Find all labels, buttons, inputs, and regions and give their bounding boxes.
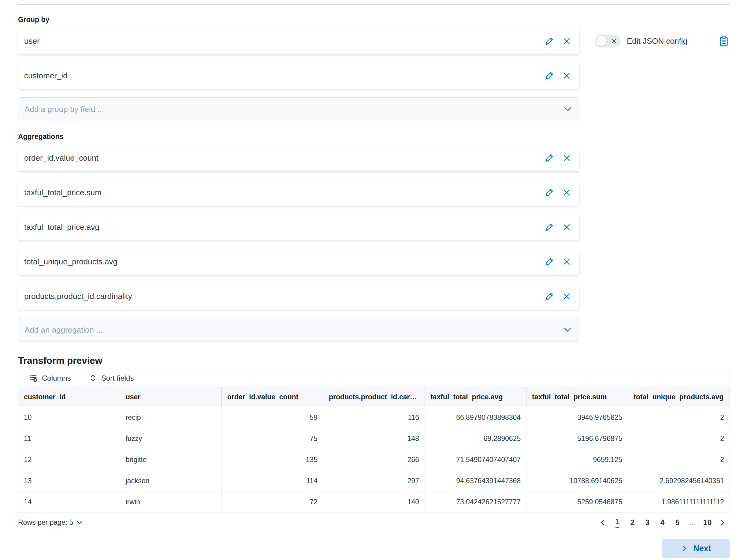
pencil-icon [545,292,553,301]
delete-aggregation-button[interactable] [560,187,573,199]
column-header-total-unique-products-avg[interactable]: total_unique_products.avg [628,387,730,407]
edit-group-by-button[interactable] [543,35,555,47]
delete-aggregation-button[interactable] [560,221,573,233]
cell-user: fuzzy [120,428,222,449]
group-by-label: Group by [18,16,730,24]
edit-group-by-button[interactable] [543,70,555,82]
cell-taxful-total-price-sum: 10788.69140625 [526,470,628,491]
table-row: 12 brigitte 135 266 71.54907407407407 96… [18,449,730,470]
next-step-button[interactable]: Next [662,539,730,558]
next-step-button-label: Next [693,544,711,553]
cell-total-unique-products-avg: 1.9861111111111112 [628,491,730,513]
column-header-taxful-total-price-avg[interactable]: taxful_total_price.avg [425,387,526,407]
column-header-products-product-id-cardinality[interactable]: products.product_id.cardinality [323,387,424,407]
transform-preview-title: Transform preview [18,355,730,366]
chevron-left-icon [599,519,606,526]
table-footer: Rows per page: 5 1 2 3 4 5 … 10 [18,516,730,529]
pagination: 1 2 3 4 5 … 10 [595,516,730,529]
add-aggregation-combobox[interactable] [18,318,579,342]
cell-taxful-total-price-avg: 73.04242621527777 [425,491,526,513]
page-button-1[interactable]: 1 [610,516,625,529]
transform-preview-grid: Columns Sort fields customer_id user ord… [18,369,730,513]
sort-fields-button-label: Sort fields [101,374,134,383]
cell-order-id-value-count: 75 [222,428,323,449]
group-by-item: user [18,28,579,54]
edit-aggregation-button[interactable] [543,290,555,303]
cross-icon [562,258,571,266]
delete-group-by-button[interactable] [560,70,573,82]
aggregation-item-label: taxful_total_price.avg [24,222,543,232]
delete-aggregation-button[interactable] [560,290,573,303]
chevron-right-icon [680,544,688,552]
cell-taxful-total-price-sum: 5196.6796875 [526,428,628,449]
cell-taxful-total-price-sum: 5259.0546875 [526,491,628,513]
aggregation-item: total_unique_products.avg [18,248,579,275]
columns-button[interactable]: Columns [29,374,71,383]
column-header-user[interactable]: user [120,387,222,407]
chevron-right-icon [719,519,726,526]
column-header-order-id-value-count[interactable]: order_id.value_count [222,387,323,407]
delete-group-by-button[interactable] [560,35,573,47]
add-aggregation-input[interactable] [24,325,563,335]
add-group-by-input[interactable] [24,105,563,114]
cross-icon [562,292,571,301]
edit-aggregation-button[interactable] [543,221,555,233]
next-page-button[interactable] [715,516,730,529]
cell-products-product-id-cardinality: 297 [323,470,424,491]
aggregations-label: Aggregations [18,133,730,141]
table-row: 14 irwin 72 140 73.04242621527777 5259.0… [18,491,730,513]
cell-total-unique-products-avg: 2 [628,428,730,449]
cell-order-id-value-count: 72 [222,491,323,513]
columns-button-label: Columns [42,374,71,383]
cross-icon [562,189,571,197]
aggregation-item: taxful_total_price.avg [18,214,579,241]
list-add-icon [29,374,38,382]
previous-page-button[interactable] [595,516,610,529]
aggregation-item: products.product_id.cardinality [18,283,579,310]
table-row: 10 recip 59 116 66.89790783898304 3946.9… [18,407,730,428]
cell-taxful-total-price-sum: 9659.125 [526,449,628,470]
page-button-5[interactable]: 5 [670,516,685,529]
group-by-item-label: customer_id [24,71,543,80]
pencil-icon [545,72,553,80]
chevron-down-icon[interactable] [563,325,572,334]
cell-customer-id: 12 [18,449,120,470]
cross-icon [562,154,571,162]
chevron-down-icon[interactable] [563,105,572,114]
page-button-3[interactable]: 3 [640,516,655,529]
cell-user: irwin [120,491,222,513]
column-header-customer-id[interactable]: customer_id [18,387,120,407]
rows-per-page-button[interactable]: Rows per page: 5 [18,518,83,527]
page-button-2[interactable]: 2 [625,516,640,529]
cell-taxful-total-price-avg: 94.63764391447368 [425,470,526,491]
cell-user: jackson [120,470,222,491]
grid-toolbar: Columns Sort fields [18,369,730,387]
add-group-by-combobox[interactable] [18,97,579,121]
delete-aggregation-button[interactable] [560,256,573,268]
edit-aggregation-button[interactable] [543,256,555,268]
page-button-4[interactable]: 4 [655,516,670,529]
pagination-ellipsis: … [685,516,700,529]
cell-user: brigitte [120,449,222,470]
cell-products-product-id-cardinality: 266 [323,449,424,470]
group-by-item-label: user [24,36,543,46]
aggregation-item-label: products.product_id.cardinality [24,292,543,301]
delete-aggregation-button[interactable] [560,152,573,164]
sortable-icon [89,374,97,382]
cross-icon [562,37,571,45]
pencil-icon [545,223,553,231]
preview-table: customer_id user order_id.value_count pr… [18,387,730,513]
edit-aggregation-button[interactable] [543,187,555,199]
cell-customer-id: 11 [18,428,120,449]
edit-aggregation-button[interactable] [543,152,555,164]
cell-taxful-total-price-sum: 3946.9765625 [526,407,628,428]
column-header-taxful-total-price-sum[interactable]: taxful_total_price.sum [526,387,628,407]
cell-customer-id: 10 [18,407,120,428]
page-button-10[interactable]: 10 [700,516,715,529]
aggregation-item: order_id.value_count [18,145,579,171]
table-row: 13 jackson 114 297 94.63764391447368 107… [18,470,730,491]
pencil-icon [545,37,553,45]
cell-order-id-value-count: 135 [222,449,323,470]
sort-fields-button[interactable]: Sort fields [89,374,134,383]
cell-products-product-id-cardinality: 140 [323,491,424,513]
